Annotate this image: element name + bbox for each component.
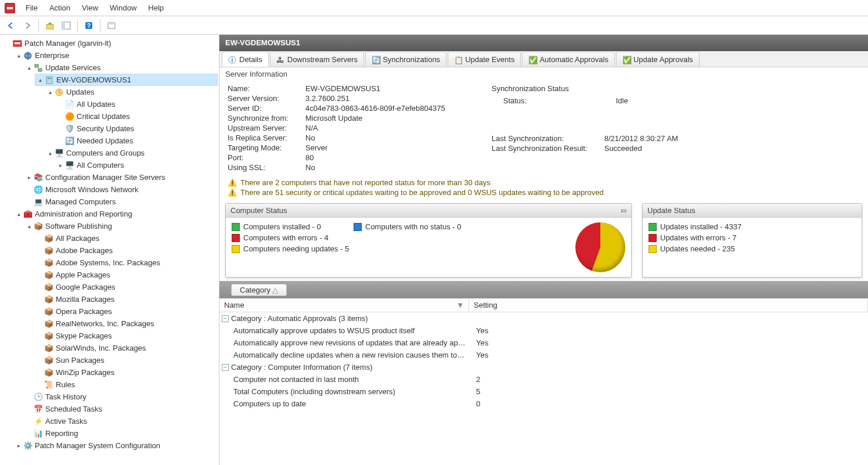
menu-view[interactable]: View [76, 1, 104, 15]
tree-pkg[interactable]: ▸📦Adobe Packages [35, 244, 218, 257]
category-row[interactable]: −Category : Automatic Approvals (3 items… [219, 312, 868, 325]
collapse-icon[interactable]: − [222, 364, 229, 371]
package-icon: 📦 [44, 234, 53, 243]
collapse-icon[interactable]: − [222, 315, 229, 322]
tree-updates[interactable]: ▴ Updates [45, 86, 218, 98]
tree-label: Critical Updates [77, 112, 130, 121]
tree-pkg[interactable]: ▸📦Skype Packages [35, 330, 218, 342]
tab-downstream[interactable]: 🖧Downstream Servers [270, 52, 364, 67]
tree-pkg[interactable]: ▸📦Opera Packages [35, 305, 218, 318]
globe-icon [23, 51, 33, 60]
schedule-icon: 📅 [34, 405, 43, 414]
value-sync-from: Microsoft Update [305, 114, 445, 122]
server-icon: 🖧 [276, 56, 284, 64]
table-row[interactable]: Automatically decline updates when a new… [219, 349, 868, 361]
tab-synchronizations[interactable]: 🔄Synchronizations [365, 52, 446, 67]
tree-managed[interactable]: ▸💻Managed Computers [24, 196, 218, 208]
menu-help[interactable]: Help [142, 1, 170, 15]
tree-pkg[interactable]: ▸📦Sun Packages [35, 354, 218, 366]
table-row[interactable]: Automatically approve new revisions of u… [219, 337, 868, 349]
new-window-button[interactable] [104, 18, 119, 33]
tree-label: Opera Packages [56, 307, 112, 316]
table-row[interactable]: Total Computers (including downstream se… [219, 385, 868, 398]
publishing-icon: 📦 [34, 222, 43, 231]
toolbar: ? [0, 16, 868, 35]
tree-admin-reporting[interactable]: ▴ 🧰 Administration and Reporting [14, 208, 218, 220]
column-setting[interactable]: Setting [469, 298, 868, 312]
tree-pkg[interactable]: ▸📦WinZip Packages [35, 366, 218, 379]
tree-pkg[interactable]: ▸📦SolarWinds, Inc. Packages [35, 342, 218, 354]
tree-rules[interactable]: ▸📜Rules [35, 379, 218, 391]
tree-root[interactable]: ▸ Patch Manager (lgarvin-lt) [3, 37, 218, 49]
section-server-info: Server Information [219, 67, 868, 81]
tree-update-services[interactable]: ▴ Update Services [24, 62, 218, 74]
label: Last Synchronization: [492, 134, 602, 143]
show-hide-tree-button[interactable] [59, 18, 74, 33]
tree-label: Updates [66, 88, 94, 96]
tree-server[interactable]: ▴ EW-VGDEMOWSUS1 [35, 74, 218, 86]
tree-label: Mozilla Packages [56, 295, 114, 304]
tab-update-events[interactable]: 📋Update Events [448, 52, 521, 67]
package-icon: 📦 [44, 368, 53, 377]
tree-ms-network[interactable]: ▸🌐Microsoft Windows Network [24, 183, 218, 196]
svg-rect-2 [62, 22, 65, 29]
menu-window[interactable]: Window [104, 1, 142, 15]
filter-icon[interactable]: ▼ [456, 301, 464, 309]
tree-scheduled-tasks[interactable]: ▸📅Scheduled Tasks [24, 403, 218, 415]
tree-all-updates[interactable]: ▸📄All Updates [56, 98, 218, 110]
menu-file[interactable]: File [20, 1, 44, 15]
help-button[interactable]: ? [81, 18, 96, 33]
tab-update-approvals[interactable]: ✅Update Approvals [616, 52, 700, 67]
tree-reporting[interactable]: ▸📊Reporting [24, 427, 218, 439]
tab-details[interactable]: iDetails [222, 52, 269, 67]
tree-software-publishing[interactable]: ▴ 📦 Software Publishing [24, 220, 218, 232]
tree-label: Patch Manager (lgarvin-lt) [24, 39, 111, 48]
tree-pkg[interactable]: ▸📦Adobe Systems, Inc. Packages [35, 257, 218, 269]
tree-pkg[interactable]: ▸📦RealNetworks, Inc. Packages [35, 318, 218, 330]
value-sync-status: Idle [616, 96, 678, 105]
tree-sys-config[interactable]: ▸⚙️Patch Manager System Configuration [14, 439, 218, 452]
panel-title: Computer Status [230, 206, 287, 215]
panel-title: Update Status [647, 206, 695, 215]
site-icon: 📚 [34, 173, 43, 182]
table-row[interactable]: Computers up to date0 [219, 398, 868, 410]
tree-pkg[interactable]: ▸📦All Packages [35, 232, 218, 244]
tree-pkg[interactable]: ▸📦Google Packages [35, 281, 218, 293]
needed-icon: 🔄 [65, 136, 74, 146]
tree-task-history[interactable]: ▸🕑Task History [24, 391, 218, 403]
active-icon: ⚡ [34, 417, 43, 426]
legend-item: Computers with errors - 4 [232, 233, 354, 242]
table-row[interactable]: Automatically approve updates to WSUS pr… [219, 325, 868, 337]
forward-button[interactable] [20, 18, 35, 33]
tree-critical-updates[interactable]: ▸🟠Critical Updates [56, 110, 218, 122]
label: Last Synchronization Result: [492, 144, 602, 153]
warning-line: ⚠️There are 51 security or critical upda… [228, 188, 860, 197]
group-by-chip[interactable]: Category △ [231, 284, 287, 296]
up-button[interactable] [42, 18, 57, 33]
svg-rect-8 [15, 42, 20, 44]
column-name[interactable]: Name▼ [219, 298, 469, 312]
legend-item: Updates needed - 235 [649, 244, 770, 253]
navigation-tree[interactable]: ▸ Patch Manager (lgarvin-lt) ▴ Enterpris… [0, 35, 219, 465]
tree-label: Rules [56, 380, 75, 389]
tree-label: WinZip Packages [56, 368, 114, 377]
tree-needed-updates[interactable]: ▸🔄Needed Updates [56, 135, 218, 147]
tree-all-computers[interactable]: ▸🖥️All Computers [56, 159, 218, 171]
tree-active-tasks[interactable]: ▸⚡Active Tasks [24, 415, 218, 427]
category-row[interactable]: −Category : Computer Information (7 item… [219, 361, 868, 373]
label: Server Version: [228, 94, 303, 103]
tree-pkg[interactable]: ▸📦Apple Packages [35, 269, 218, 281]
approve-icon: ✅ [528, 56, 536, 64]
tree-label: Patch Manager System Configuration [35, 441, 160, 450]
tree-enterprise[interactable]: ▴ Enterprise [14, 49, 218, 62]
menu-action[interactable]: Action [44, 1, 76, 15]
package-icon: 📦 [44, 319, 53, 329]
tree-computers-groups[interactable]: ▴ 🖥️ Computers and Groups [45, 147, 218, 159]
restore-icon[interactable]: ▭ [621, 207, 626, 214]
tab-auto-approvals[interactable]: ✅Automatic Approvals [522, 52, 615, 67]
tree-pkg[interactable]: ▸📦Mozilla Packages [35, 293, 218, 305]
table-row[interactable]: Computer not contacted in last month2 [219, 373, 868, 385]
tree-security-updates[interactable]: ▸🛡️Security Updates [56, 122, 218, 135]
tree-cfg-mgr[interactable]: ▸📚Configuration Manager Site Servers [24, 171, 218, 183]
back-button[interactable] [3, 18, 19, 33]
